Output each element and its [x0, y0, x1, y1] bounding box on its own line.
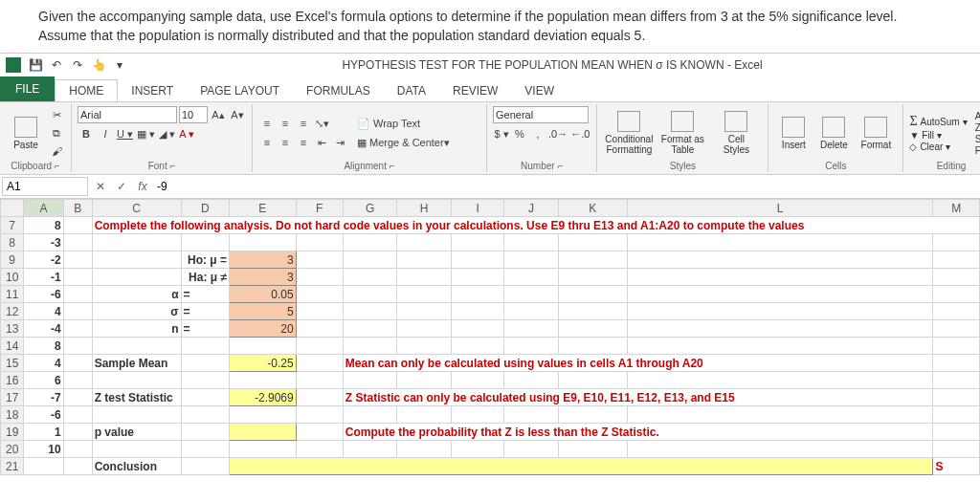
cell-M21[interactable]: S: [933, 458, 980, 475]
cell-G13[interactable]: [343, 320, 396, 338]
cell-D8[interactable]: [181, 234, 229, 251]
cell-D11[interactable]: =: [181, 286, 229, 303]
row-header-8[interactable]: 8: [1, 234, 24, 251]
cell-I14[interactable]: [451, 338, 504, 355]
cell-G15-note[interactable]: Mean can only be calculated using values…: [343, 355, 933, 372]
cell-C17[interactable]: Z test Statistic: [92, 389, 181, 406]
cell-E8[interactable]: [230, 234, 297, 251]
cell-D13[interactable]: =: [181, 320, 229, 338]
cell-M15[interactable]: [933, 355, 980, 372]
cell-F17[interactable]: [296, 389, 343, 406]
cell-I10[interactable]: [451, 269, 504, 286]
cell-H14[interactable]: [397, 338, 451, 355]
row-header-9[interactable]: 9: [1, 251, 24, 269]
cell-H12[interactable]: [397, 303, 451, 320]
grow-font-icon[interactable]: A▴: [210, 106, 227, 123]
cell-G19-note[interactable]: Compute the probability that Z is less t…: [343, 424, 933, 441]
cell-D12[interactable]: =: [181, 303, 229, 320]
col-header-D[interactable]: D: [181, 200, 229, 217]
col-header-M[interactable]: M: [933, 200, 980, 217]
insert-cells-button[interactable]: Insert: [774, 115, 813, 152]
cell-B12[interactable]: [63, 303, 92, 320]
percent-format-icon[interactable]: %: [511, 125, 528, 142]
row-header-13[interactable]: 13: [1, 320, 24, 338]
cell-I18[interactable]: [451, 406, 504, 424]
cell-J8[interactable]: [504, 234, 558, 251]
col-header-L[interactable]: L: [627, 200, 933, 217]
cell-G8[interactable]: [343, 234, 396, 251]
cell-C16[interactable]: [92, 372, 181, 389]
filter-button[interactable]: Filte: [975, 145, 980, 156]
tab-formulas[interactable]: FORMULAS: [293, 80, 384, 101]
cell-I12[interactable]: [451, 303, 504, 320]
cell-B19[interactable]: [63, 424, 92, 441]
cell-G18[interactable]: [343, 406, 396, 424]
cell-M8[interactable]: [933, 234, 980, 251]
cell-M14[interactable]: [933, 338, 980, 355]
undo-icon[interactable]: ↶: [47, 55, 66, 75]
cell-F13[interactable]: [296, 320, 343, 338]
cell-A15[interactable]: 4: [24, 355, 63, 372]
cell-F19[interactable]: [296, 424, 343, 441]
cell-A7[interactable]: 8: [24, 217, 63, 234]
formula-input[interactable]: [153, 178, 980, 195]
tab-data[interactable]: DATA: [384, 80, 439, 101]
cancel-formula-icon[interactable]: ✕: [90, 180, 111, 193]
cell-D15[interactable]: [181, 355, 229, 372]
cell-F15[interactable]: [296, 355, 343, 372]
row-header-12[interactable]: 12: [1, 303, 24, 320]
tab-review[interactable]: REVIEW: [439, 80, 511, 101]
cell-C10[interactable]: [92, 269, 181, 286]
cell-K20[interactable]: [558, 441, 627, 458]
cell-L12[interactable]: [627, 303, 933, 320]
cell-E9[interactable]: 3: [230, 251, 297, 269]
cell-I13[interactable]: [451, 320, 504, 338]
cell-M12[interactable]: [933, 303, 980, 320]
cell-B20[interactable]: [63, 441, 92, 458]
cell-J13[interactable]: [504, 320, 558, 338]
increase-decimal-icon[interactable]: .0→: [547, 125, 568, 142]
cell-C19[interactable]: p value: [92, 424, 181, 441]
cell-C12[interactable]: σ: [92, 303, 181, 320]
decrease-decimal-icon[interactable]: ←.0: [569, 125, 590, 142]
underline-button[interactable]: U ▾: [116, 125, 134, 142]
cell-M13[interactable]: [933, 320, 980, 338]
cell-E13[interactable]: 20: [230, 320, 297, 338]
col-header-K[interactable]: K: [558, 200, 627, 217]
cell-A9[interactable]: -2: [24, 251, 63, 269]
cell-E18[interactable]: [230, 406, 297, 424]
cell-E19[interactable]: [230, 424, 297, 441]
format-painter-icon[interactable]: 🖌: [48, 142, 65, 160]
cell-D14[interactable]: [181, 338, 229, 355]
cell-B18[interactable]: [63, 406, 92, 424]
decrease-indent-icon[interactable]: ⇤: [313, 134, 330, 151]
accounting-format-icon[interactable]: $ ▾: [493, 125, 510, 142]
col-header-G[interactable]: G: [343, 200, 396, 217]
fill-color-icon[interactable]: ◢ ▾: [158, 125, 176, 142]
font-color-icon[interactable]: A ▾: [178, 125, 195, 142]
row-header-11[interactable]: 11: [1, 286, 24, 303]
cell-E17[interactable]: -2.9069: [230, 389, 297, 406]
cell-I9[interactable]: [451, 251, 504, 269]
cell-A17[interactable]: -7: [24, 389, 63, 406]
cell-H18[interactable]: [397, 406, 451, 424]
cell-G17-note[interactable]: Z Statistic can only be calculated using…: [343, 389, 933, 406]
col-header-I[interactable]: I: [451, 200, 504, 217]
cell-M10[interactable]: [933, 269, 980, 286]
cell-L10[interactable]: [627, 269, 933, 286]
cell-J10[interactable]: [504, 269, 558, 286]
cell-B16[interactable]: [63, 372, 92, 389]
cell-K18[interactable]: [558, 406, 627, 424]
qat-customize-icon[interactable]: ▾: [110, 55, 129, 75]
paste-button[interactable]: Paste: [6, 115, 46, 152]
cell-A20[interactable]: 10: [24, 441, 63, 458]
cell-A11[interactable]: -6: [24, 286, 63, 303]
row-header-14[interactable]: 14: [1, 338, 24, 355]
cell-E15[interactable]: -0.25: [230, 355, 297, 372]
cell-K13[interactable]: [558, 320, 627, 338]
cell-M18[interactable]: [933, 406, 980, 424]
col-header-E[interactable]: E: [230, 200, 297, 217]
cell-F10[interactable]: [296, 269, 343, 286]
cell-L8[interactable]: [627, 234, 933, 251]
cell-I20[interactable]: [451, 441, 504, 458]
